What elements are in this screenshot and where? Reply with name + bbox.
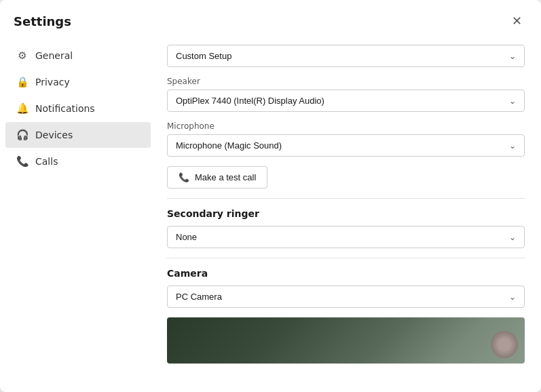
divider-2 — [167, 258, 525, 258]
secondary-ringer-dropdown[interactable]: None ⌄ — [167, 226, 525, 248]
chevron-down-icon: ⌄ — [509, 96, 516, 106]
sidebar-item-label: Notifications — [35, 103, 95, 114]
dialog-body: ⚙ General 🔒 Privacy 🔔 Notifications 🎧 De… — [0, 37, 541, 392]
chevron-down-icon: ⌄ — [509, 233, 516, 242]
sidebar: ⚙ General 🔒 Privacy 🔔 Notifications 🎧 De… — [0, 37, 156, 392]
dialog-header: Settings ✕ — [0, 0, 541, 37]
camera-preview — [167, 317, 525, 364]
phone-icon: 📞 — [16, 155, 29, 168]
sidebar-item-label: Devices — [35, 130, 73, 140]
sidebar-item-label: Privacy — [35, 77, 70, 87]
sidebar-item-privacy[interactable]: 🔒 Privacy — [5, 69, 151, 95]
camera-title: Camera — [167, 268, 525, 279]
bell-icon: 🔔 — [16, 102, 29, 115]
setup-dropdown[interactable]: Custom Setup ⌄ — [167, 45, 525, 67]
gear-icon: ⚙ — [16, 50, 29, 62]
secondary-ringer-value: None — [176, 232, 197, 242]
secondary-ringer-row: None ⌄ — [167, 226, 525, 248]
close-button[interactable]: ✕ — [506, 12, 527, 30]
sidebar-item-label: General — [35, 50, 73, 61]
dialog-title: Settings — [14, 14, 71, 28]
microphone-row: Microphone Microphone (Magic Sound) ⌄ — [167, 121, 525, 157]
test-call-icon: 📞 — [179, 172, 189, 182]
microphone-dropdown[interactable]: Microphone (Magic Sound) ⌄ — [167, 134, 525, 157]
sidebar-item-devices[interactable]: 🎧 Devices — [5, 122, 151, 148]
speaker-label: Speaker — [167, 77, 525, 86]
settings-dialog: Settings ✕ ⚙ General 🔒 Privacy 🔔 Notific… — [0, 0, 541, 392]
camera-dropdown-row: PC Camera ⌄ — [167, 286, 525, 308]
test-call-button[interactable]: 📞 Make a test call — [167, 166, 267, 189]
microphone-dropdown-value: Microphone (Magic Sound) — [176, 140, 282, 151]
divider-1 — [167, 198, 525, 199]
chevron-down-icon: ⌄ — [509, 52, 516, 61]
chevron-down-icon: ⌄ — [509, 292, 516, 302]
sidebar-item-calls[interactable]: 📞 Calls — [5, 149, 151, 174]
main-content: Custom Setup ⌄ Speaker OptiPlex 7440 (In… — [156, 37, 541, 392]
test-call-label: Make a test call — [195, 172, 256, 182]
sidebar-item-notifications[interactable]: 🔔 Notifications — [5, 96, 151, 121]
lock-icon: 🔒 — [16, 76, 29, 88]
microphone-label: Microphone — [167, 121, 525, 131]
camera-dropdown-value: PC Camera — [176, 292, 222, 302]
camera-preview-face — [491, 331, 518, 358]
sidebar-item-general[interactable]: ⚙ General — [5, 43, 151, 68]
setup-dropdown-value: Custom Setup — [176, 51, 231, 61]
speaker-dropdown[interactable]: OptiPlex 7440 (Intel(R) Display Audio) ⌄ — [167, 90, 525, 112]
sidebar-item-label: Calls — [35, 156, 58, 167]
headset-icon: 🎧 — [16, 129, 29, 141]
speaker-row: Speaker OptiPlex 7440 (Intel(R) Display … — [167, 77, 525, 112]
secondary-ringer-title: Secondary ringer — [167, 208, 525, 219]
speaker-dropdown-value: OptiPlex 7440 (Intel(R) Display Audio) — [176, 96, 324, 106]
setup-dropdown-row: Custom Setup ⌄ — [167, 45, 525, 67]
chevron-down-icon: ⌄ — [509, 141, 516, 151]
camera-dropdown[interactable]: PC Camera ⌄ — [167, 286, 525, 308]
